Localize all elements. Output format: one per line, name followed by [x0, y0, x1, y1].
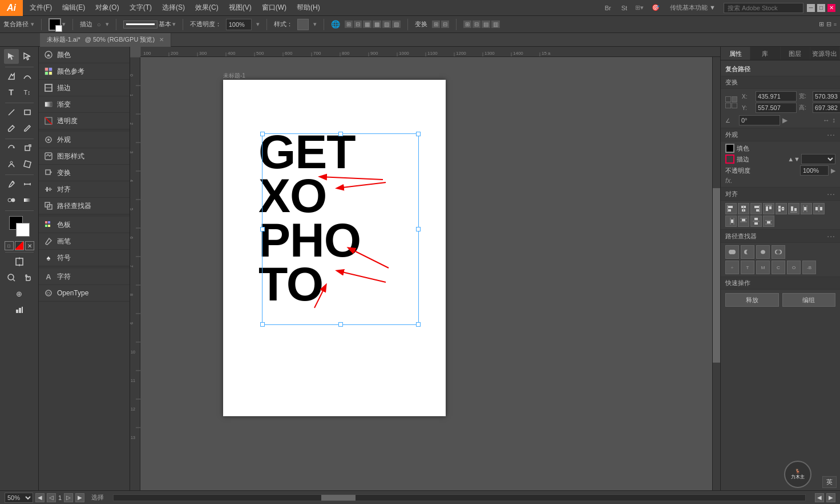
pathfinder-minus-back[interactable]: -B: [802, 261, 816, 274]
workspace-selector[interactable]: 传统基本功能 ▼: [665, 3, 720, 12]
blend-tool[interactable]: [4, 193, 19, 208]
flip-h-icon[interactable]: ↔: [823, 116, 830, 124]
canvas-content[interactable]: GET XO PHO TO: [140, 57, 720, 494]
pencil-tool[interactable]: [20, 121, 35, 136]
panel-swatches[interactable]: 色板: [39, 217, 130, 233]
handle-br[interactable]: [416, 322, 421, 327]
group-btn[interactable]: 编组: [782, 293, 836, 307]
paintbrush-tool[interactable]: [4, 121, 19, 136]
next-frame-btn[interactable]: ▷: [64, 493, 73, 502]
align-left-btn[interactable]: [725, 203, 737, 214]
tab-export[interactable]: 资源导出: [810, 47, 840, 60]
transform-angle[interactable]: [739, 115, 780, 125]
dist-top-btn[interactable]: [738, 216, 749, 227]
transform-x[interactable]: [756, 91, 797, 101]
bridge-btn-br[interactable]: Br: [600, 5, 616, 11]
scale-tool[interactable]: [20, 141, 35, 156]
dist-bottom-btn[interactable]: [763, 216, 774, 227]
canvas-area[interactable]: 100 200 300 400 500 600 700 800 900 1000: [130, 47, 720, 504]
scroll-left-btn[interactable]: ◀: [815, 493, 824, 502]
bridge-btn-st[interactable]: St: [619, 5, 629, 11]
stroke-style-select[interactable]: [801, 154, 835, 164]
tab-layers[interactable]: 图层: [781, 47, 810, 60]
panel-opentype[interactable]: O OpenType: [39, 285, 130, 302]
handle-bl[interactable]: [260, 322, 265, 327]
column-graph-tool[interactable]: [12, 302, 27, 317]
transform-y[interactable]: [756, 103, 797, 113]
align-vcenter-btn[interactable]: [776, 203, 787, 214]
color-mode-btn[interactable]: □: [5, 241, 14, 250]
warp-tool[interactable]: [4, 157, 19, 172]
artboard-tool[interactable]: [12, 254, 27, 269]
menu-help[interactable]: 帮助(H): [292, 1, 325, 14]
menu-window[interactable]: 窗口(W): [257, 1, 291, 14]
menu-object[interactable]: 对象(O): [91, 1, 123, 14]
handle-tr[interactable]: [416, 132, 421, 136]
none-mode-btn[interactable]: ✕: [25, 241, 34, 250]
selection-tool[interactable]: [4, 49, 19, 64]
panel-transparency[interactable]: 透明度: [39, 113, 130, 129]
transform-w[interactable]: [813, 91, 840, 101]
dist-hcenter-btn[interactable]: [813, 203, 825, 214]
background-swatch[interactable]: [16, 223, 30, 237]
pen-tool[interactable]: [4, 69, 19, 84]
scrollbar-right[interactable]: [712, 57, 720, 494]
more-transform[interactable]: ▶: [782, 116, 788, 124]
opacity-expand-btn[interactable]: ▶: [831, 167, 835, 174]
type-tool[interactable]: T: [4, 85, 19, 100]
restore-btn[interactable]: □: [817, 4, 825, 12]
gradient-tool[interactable]: [20, 193, 35, 208]
pathfinder-merge[interactable]: M: [756, 261, 770, 274]
scroll-right-btn[interactable]: ▶: [826, 493, 835, 502]
panel-pathfinder[interactable]: 路径查找器: [39, 198, 130, 214]
h-scrollbar[interactable]: [113, 494, 806, 501]
tab-library[interactable]: 库: [750, 47, 780, 60]
dist-right-btn[interactable]: [725, 216, 737, 227]
dist-vcenter-btn[interactable]: [750, 216, 762, 227]
align-bottom-btn[interactable]: [788, 203, 799, 214]
fill-area[interactable]: ▾: [49, 18, 66, 31]
align-hcenter-btn[interactable]: [738, 203, 749, 214]
align-more-btn[interactable]: ···: [827, 189, 835, 198]
release-btn[interactable]: 释放: [725, 293, 779, 307]
hand-tool[interactable]: [20, 270, 35, 285]
pathfinder-crop[interactable]: C: [772, 261, 785, 274]
direct-selection-tool[interactable]: [20, 49, 35, 64]
align-top-btn[interactable]: [763, 203, 774, 214]
dist-left-btn[interactable]: [801, 203, 812, 214]
panel-character[interactable]: A 字符: [39, 269, 130, 285]
panel-color-ref[interactable]: 颜色参考: [39, 63, 130, 80]
curvature-tool[interactable]: [20, 69, 35, 84]
panel-graphic-style[interactable]: 图形样式: [39, 148, 130, 165]
type-variant[interactable]: T↕: [20, 85, 35, 100]
lang-indicator[interactable]: 英: [822, 476, 837, 488]
shape-tool[interactable]: [20, 105, 35, 120]
prev-page-btn[interactable]: ◀: [35, 493, 45, 502]
pathfinder-divide[interactable]: ÷: [725, 261, 739, 274]
menu-select[interactable]: 选择(S): [158, 1, 189, 14]
stroke-color-swatch[interactable]: [725, 155, 734, 164]
zoom-select[interactable]: 50%: [5, 493, 33, 503]
swatch-area[interactable]: [9, 216, 30, 237]
close-btn[interactable]: ✕: [827, 4, 835, 12]
next-page-btn[interactable]: ▶: [75, 493, 84, 502]
tab-properties[interactable]: 属性: [721, 47, 750, 60]
panel-symbols[interactable]: ♠ 符号: [39, 250, 130, 266]
symbol-sprayer-tool[interactable]: ⊕: [12, 286, 27, 301]
pathfinder-intersect[interactable]: [756, 245, 770, 259]
style-swatch[interactable]: [297, 19, 309, 30]
prev-frame-btn[interactable]: ◁: [47, 493, 56, 502]
menu-file[interactable]: 文件(F): [25, 1, 56, 14]
menu-effect[interactable]: 效果(C): [191, 1, 223, 14]
menu-text[interactable]: 文字(T): [125, 1, 156, 14]
eyedropper-tool[interactable]: [4, 177, 19, 192]
measure-tool[interactable]: [20, 177, 35, 192]
align-right-btn[interactable]: [750, 203, 762, 214]
panel-appearance[interactable]: 外观: [39, 132, 130, 148]
fill-color-swatch[interactable]: [725, 144, 734, 153]
line-tool[interactable]: [4, 105, 19, 120]
minimize-btn[interactable]: ─: [807, 4, 815, 12]
opacity-input[interactable]: [226, 19, 252, 30]
pathfinder-exclude[interactable]: [772, 245, 785, 259]
rotate-tool[interactable]: [4, 141, 19, 156]
